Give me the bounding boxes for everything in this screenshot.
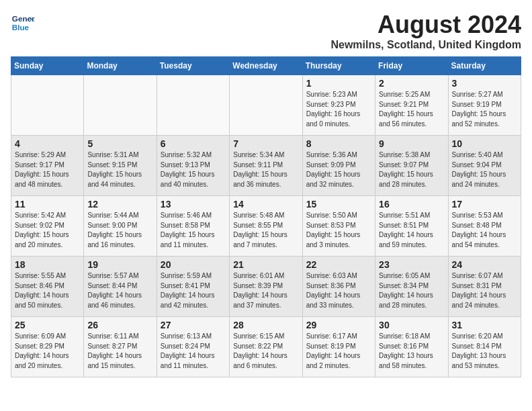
calendar-cell: 2Sunrise: 5:25 AM Sunset: 9:21 PM Daylig… xyxy=(375,75,448,136)
calendar-cell: 10Sunrise: 5:40 AM Sunset: 9:04 PM Dayli… xyxy=(448,136,521,196)
day-number: 27 xyxy=(161,320,226,330)
calendar-cell: 16Sunrise: 5:51 AM Sunset: 8:51 PM Dayli… xyxy=(375,196,448,257)
calendar-cell: 6Sunrise: 5:32 AM Sunset: 9:13 PM Daylig… xyxy=(157,136,229,196)
svg-text:Blue: Blue xyxy=(12,23,30,32)
calendar-week-row: 1Sunrise: 5:23 AM Sunset: 9:23 PM Daylig… xyxy=(11,75,521,136)
calendar-table: SundayMondayTuesdayWednesdayThursdayFrid… xyxy=(11,56,521,377)
calendar-cell: 18Sunrise: 5:55 AM Sunset: 8:46 PM Dayli… xyxy=(11,257,84,317)
calendar-cell: 27Sunrise: 6:13 AM Sunset: 8:24 PM Dayli… xyxy=(157,317,229,377)
day-number: 21 xyxy=(233,259,298,270)
day-info: Sunrise: 5:34 AM Sunset: 9:11 PM Dayligh… xyxy=(233,150,298,189)
day-number: 12 xyxy=(87,199,152,210)
calendar-header-row: SundayMondayTuesdayWednesdayThursdayFrid… xyxy=(11,57,521,75)
calendar-cell: 14Sunrise: 5:48 AM Sunset: 8:55 PM Dayli… xyxy=(230,196,302,257)
calendar-cell: 26Sunrise: 6:11 AM Sunset: 8:27 PM Dayli… xyxy=(84,317,157,377)
calendar-week-row: 18Sunrise: 5:55 AM Sunset: 8:46 PM Dayli… xyxy=(11,257,521,317)
day-number: 14 xyxy=(233,199,298,210)
calendar-cell: 21Sunrise: 6:01 AM Sunset: 8:39 PM Dayli… xyxy=(230,257,302,317)
calendar-cell: 31Sunrise: 6:20 AM Sunset: 8:14 PM Dayli… xyxy=(448,317,521,377)
calendar-cell xyxy=(157,75,229,136)
calendar-cell: 24Sunrise: 6:07 AM Sunset: 8:31 PM Dayli… xyxy=(448,257,521,317)
calendar-cell: 7Sunrise: 5:34 AM Sunset: 9:11 PM Daylig… xyxy=(230,136,302,196)
day-number: 10 xyxy=(452,138,517,149)
day-info: Sunrise: 5:36 AM Sunset: 9:09 PM Dayligh… xyxy=(306,150,371,189)
day-number: 17 xyxy=(452,199,517,210)
day-number: 30 xyxy=(379,320,444,330)
day-info: Sunrise: 5:38 AM Sunset: 9:07 PM Dayligh… xyxy=(379,150,444,189)
day-number: 11 xyxy=(15,199,80,210)
day-info: Sunrise: 6:17 AM Sunset: 8:19 PM Dayligh… xyxy=(306,332,371,371)
day-info: Sunrise: 5:23 AM Sunset: 9:23 PM Dayligh… xyxy=(306,90,371,129)
day-info: Sunrise: 5:46 AM Sunset: 8:58 PM Dayligh… xyxy=(161,211,226,250)
day-number: 23 xyxy=(379,259,444,270)
calendar-cell: 12Sunrise: 5:44 AM Sunset: 9:00 PM Dayli… xyxy=(84,196,157,257)
calendar-cell xyxy=(11,75,84,136)
page-title: August 2024 xyxy=(330,11,521,39)
calendar-cell: 28Sunrise: 6:15 AM Sunset: 8:22 PM Dayli… xyxy=(230,317,302,377)
day-info: Sunrise: 5:29 AM Sunset: 9:17 PM Dayligh… xyxy=(15,150,80,189)
calendar-cell: 19Sunrise: 5:57 AM Sunset: 8:44 PM Dayli… xyxy=(84,257,157,317)
day-number: 25 xyxy=(15,320,80,330)
day-info: Sunrise: 5:48 AM Sunset: 8:55 PM Dayligh… xyxy=(233,211,298,250)
calendar-cell: 17Sunrise: 5:53 AM Sunset: 8:48 PM Dayli… xyxy=(448,196,521,257)
day-number: 4 xyxy=(15,138,80,149)
calendar-cell: 22Sunrise: 6:03 AM Sunset: 8:36 PM Dayli… xyxy=(302,257,375,317)
day-info: Sunrise: 6:13 AM Sunset: 8:24 PM Dayligh… xyxy=(161,332,226,371)
calendar-cell: 29Sunrise: 6:17 AM Sunset: 8:19 PM Dayli… xyxy=(302,317,375,377)
day-number: 20 xyxy=(161,259,226,270)
day-info: Sunrise: 5:57 AM Sunset: 8:44 PM Dayligh… xyxy=(87,271,152,310)
calendar-cell: 3Sunrise: 5:27 AM Sunset: 9:19 PM Daylig… xyxy=(448,75,521,136)
day-info: Sunrise: 5:40 AM Sunset: 9:04 PM Dayligh… xyxy=(452,150,517,189)
day-info: Sunrise: 6:11 AM Sunset: 8:27 PM Dayligh… xyxy=(87,332,152,371)
day-info: Sunrise: 6:05 AM Sunset: 8:34 PM Dayligh… xyxy=(379,271,444,310)
day-info: Sunrise: 5:32 AM Sunset: 9:13 PM Dayligh… xyxy=(161,150,226,189)
page-header: General Blue August 2024 Newmilns, Scotl… xyxy=(11,11,521,51)
calendar-week-row: 4Sunrise: 5:29 AM Sunset: 9:17 PM Daylig… xyxy=(11,136,521,196)
calendar-cell: 5Sunrise: 5:31 AM Sunset: 9:15 PM Daylig… xyxy=(84,136,157,196)
calendar-cell: 13Sunrise: 5:46 AM Sunset: 8:58 PM Dayli… xyxy=(157,196,229,257)
day-info: Sunrise: 5:51 AM Sunset: 8:51 PM Dayligh… xyxy=(379,211,444,250)
calendar-cell: 15Sunrise: 5:50 AM Sunset: 8:53 PM Dayli… xyxy=(302,196,375,257)
day-of-week-header: Sunday xyxy=(11,57,84,75)
day-of-week-header: Thursday xyxy=(302,57,375,75)
day-number: 2 xyxy=(379,78,444,89)
day-info: Sunrise: 5:44 AM Sunset: 9:00 PM Dayligh… xyxy=(87,211,152,250)
calendar-cell: 4Sunrise: 5:29 AM Sunset: 9:17 PM Daylig… xyxy=(11,136,84,196)
day-info: Sunrise: 6:09 AM Sunset: 8:29 PM Dayligh… xyxy=(15,332,80,371)
day-info: Sunrise: 5:31 AM Sunset: 9:15 PM Dayligh… xyxy=(87,150,152,189)
day-info: Sunrise: 6:20 AM Sunset: 8:14 PM Dayligh… xyxy=(452,332,517,371)
day-info: Sunrise: 6:07 AM Sunset: 8:31 PM Dayligh… xyxy=(452,271,517,310)
calendar-cell xyxy=(84,75,157,136)
day-number: 15 xyxy=(306,199,371,210)
calendar-cell xyxy=(230,75,302,136)
day-number: 29 xyxy=(306,320,371,330)
day-number: 3 xyxy=(452,78,517,89)
logo-icon: General Blue xyxy=(11,11,35,35)
day-info: Sunrise: 5:55 AM Sunset: 8:46 PM Dayligh… xyxy=(15,271,80,310)
day-info: Sunrise: 5:42 AM Sunset: 9:02 PM Dayligh… xyxy=(15,211,80,250)
day-info: Sunrise: 5:25 AM Sunset: 9:21 PM Dayligh… xyxy=(379,90,444,129)
day-number: 9 xyxy=(379,138,444,149)
calendar-cell: 23Sunrise: 6:05 AM Sunset: 8:34 PM Dayli… xyxy=(375,257,448,317)
day-info: Sunrise: 5:53 AM Sunset: 8:48 PM Dayligh… xyxy=(452,211,517,250)
calendar-cell: 25Sunrise: 6:09 AM Sunset: 8:29 PM Dayli… xyxy=(11,317,84,377)
calendar-cell: 9Sunrise: 5:38 AM Sunset: 9:07 PM Daylig… xyxy=(375,136,448,196)
day-number: 8 xyxy=(306,138,371,149)
logo: General Blue xyxy=(11,11,35,35)
day-of-week-header: Friday xyxy=(375,57,448,75)
calendar-cell: 20Sunrise: 5:59 AM Sunset: 8:41 PM Dayli… xyxy=(157,257,229,317)
day-of-week-header: Tuesday xyxy=(157,57,229,75)
calendar-cell: 8Sunrise: 5:36 AM Sunset: 9:09 PM Daylig… xyxy=(302,136,375,196)
day-number: 24 xyxy=(452,259,517,270)
calendar-cell: 1Sunrise: 5:23 AM Sunset: 9:23 PM Daylig… xyxy=(302,75,375,136)
calendar-cell: 11Sunrise: 5:42 AM Sunset: 9:02 PM Dayli… xyxy=(11,196,84,257)
day-info: Sunrise: 5:59 AM Sunset: 8:41 PM Dayligh… xyxy=(161,271,226,310)
day-number: 19 xyxy=(87,259,152,270)
day-info: Sunrise: 6:01 AM Sunset: 8:39 PM Dayligh… xyxy=(233,271,298,310)
title-area: August 2024 Newmilns, Scotland, United K… xyxy=(330,11,521,51)
day-info: Sunrise: 5:50 AM Sunset: 8:53 PM Dayligh… xyxy=(306,211,371,250)
day-number: 28 xyxy=(233,320,298,330)
calendar-cell: 30Sunrise: 6:18 AM Sunset: 8:16 PM Dayli… xyxy=(375,317,448,377)
day-number: 5 xyxy=(87,138,152,149)
day-number: 31 xyxy=(452,320,517,330)
